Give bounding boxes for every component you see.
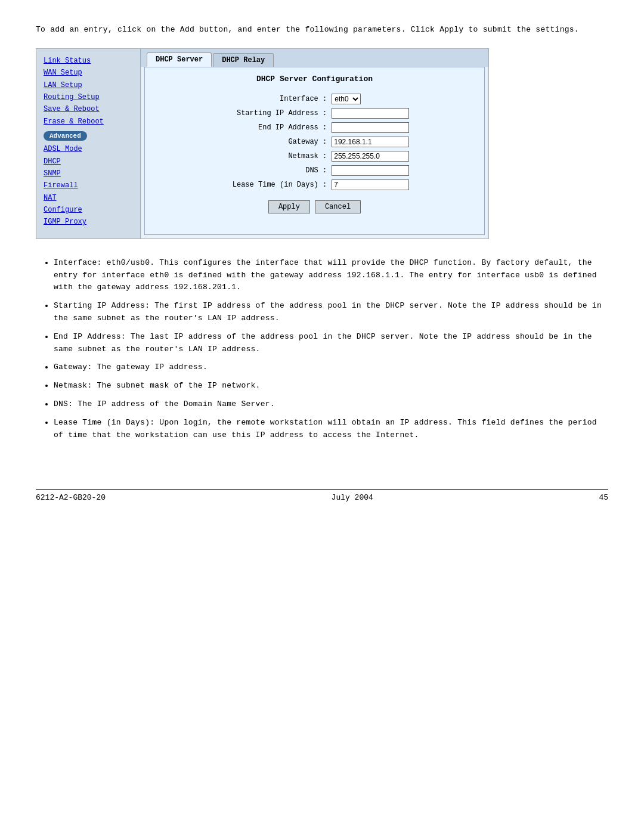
- footer: 6212-A2-GB20-20 July 2004 45: [36, 489, 608, 502]
- bullet-item: Netmask: The subnet mask of the IP netwo…: [54, 380, 608, 392]
- bullet-item: Interface: eth0/usb0. This configures th…: [54, 257, 608, 294]
- end-ip-field[interactable]: [332, 122, 409, 133]
- bullet-item: Gateway: The gateway IP address.: [54, 361, 608, 374]
- sidebar-item-wan-setup[interactable]: WAN Setup: [44, 67, 133, 79]
- form-row-interface-field: Interface :eth0usb0: [157, 92, 472, 106]
- field-label-netmask-field: Netmask :: [157, 149, 329, 163]
- tab-dhcp-server[interactable]: DHCP Server: [147, 52, 212, 67]
- footer-left: 6212-A2-GB20-20: [36, 493, 106, 502]
- sidebar: Link StatusWAN SetupLAN SetupRouting Set…: [36, 49, 141, 239]
- bullet-item: Starting IP Address: The first IP addres…: [54, 300, 608, 325]
- bullet-item: End IP Address: The last IP address of t…: [54, 331, 608, 356]
- config-form: Interface :eth0usb0Starting IP Address :…: [157, 92, 472, 192]
- sidebar-item-save-reboot[interactable]: Save & Reboot: [44, 103, 133, 115]
- form-row-end-ip-field: End IP Address :: [157, 120, 472, 135]
- form-row-gateway-field: Gateway :: [157, 135, 472, 149]
- main-panel: DHCP ServerDHCP Relay DHCP Server Config…: [141, 49, 488, 239]
- bullet-list: Interface: eth0/usb0. This configures th…: [36, 257, 608, 442]
- bullet-item: DNS: The IP address of the Domain Name S…: [54, 398, 608, 411]
- dns-field[interactable]: [332, 165, 409, 176]
- form-row-netmask-field: Netmask :: [157, 149, 472, 163]
- starting-ip-field[interactable]: [332, 108, 409, 119]
- tabs-row: DHCP ServerDHCP Relay: [141, 49, 488, 67]
- sidebar-item-firewall[interactable]: Firewall: [44, 179, 133, 191]
- field-label-interface-field: Interface :: [157, 92, 329, 106]
- sidebar-item-adsl-mode[interactable]: ADSL Mode: [44, 143, 133, 155]
- cancel-button[interactable]: Cancel: [315, 200, 361, 213]
- sidebar-item-erase-reboot[interactable]: Erase & Reboot: [44, 116, 133, 128]
- sidebar-item-snmp[interactable]: SNMP: [44, 168, 133, 179]
- bullet-item: Lease Time (in Days): Upon login, the re…: [54, 417, 608, 442]
- tab-dhcp-relay[interactable]: DHCP Relay: [213, 53, 274, 67]
- sidebar-item-routing-setup[interactable]: Routing Setup: [44, 91, 133, 103]
- interface-field[interactable]: eth0usb0: [332, 94, 361, 104]
- sidebar-item-configure[interactable]: Configure: [44, 204, 133, 216]
- sidebar-item-igmp-proxy[interactable]: IGMP Proxy: [44, 216, 133, 228]
- footer-center: July 2004: [332, 493, 373, 502]
- lease-time-field[interactable]: [332, 179, 409, 190]
- config-title: DHCP Server Configuration: [157, 75, 472, 83]
- sidebar-item-link-status[interactable]: Link Status: [44, 55, 133, 67]
- footer-right: 45: [599, 493, 608, 502]
- tab-content: DHCP Server Configuration Interface :eth…: [144, 67, 485, 235]
- form-row-dns-field: DNS :: [157, 163, 472, 178]
- intro-paragraph: To add an entry, click on the Add button…: [36, 24, 608, 36]
- form-row-lease-time-field: Lease Time (in Days) :: [157, 178, 472, 192]
- field-label-dns-field: DNS :: [157, 163, 329, 178]
- field-label-end-ip-field: End IP Address :: [157, 120, 329, 135]
- field-label-gateway-field: Gateway :: [157, 135, 329, 149]
- ui-panel: Link StatusWAN SetupLAN SetupRouting Set…: [36, 48, 489, 239]
- field-label-lease-time-field: Lease Time (in Days) :: [157, 178, 329, 192]
- button-row: Apply Cancel: [157, 200, 472, 213]
- netmask-field[interactable]: [332, 151, 409, 162]
- apply-button[interactable]: Apply: [268, 200, 310, 213]
- gateway-field[interactable]: [332, 137, 409, 147]
- sidebar-item-nat[interactable]: NAT: [44, 192, 133, 204]
- advanced-badge: Advanced: [44, 131, 87, 141]
- field-label-starting-ip-field: Starting IP Address :: [157, 106, 329, 120]
- sidebar-item-dhcp[interactable]: DHCP: [44, 156, 133, 168]
- sidebar-item-lan-setup[interactable]: LAN Setup: [44, 79, 133, 91]
- form-row-starting-ip-field: Starting IP Address :: [157, 106, 472, 120]
